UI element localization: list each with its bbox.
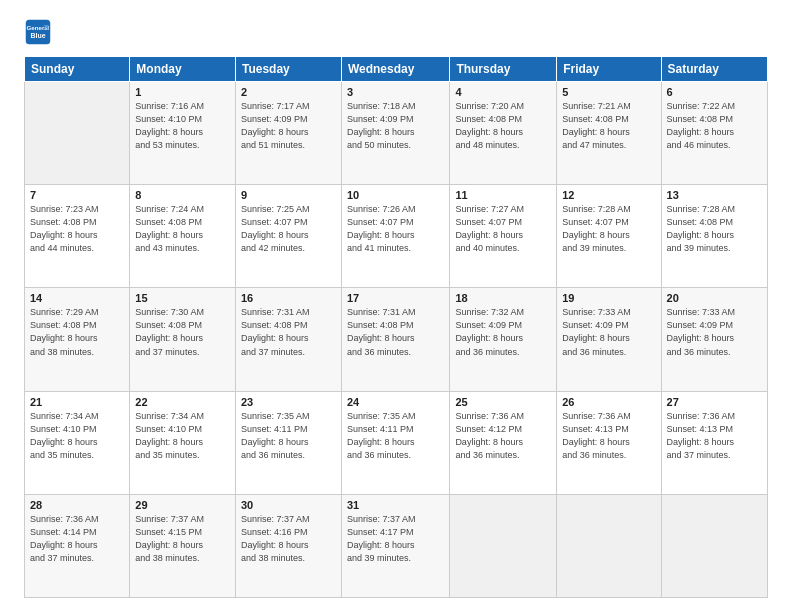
day-number: 2 [241,86,336,98]
calendar-cell: 25Sunrise: 7:36 AM Sunset: 4:12 PM Dayli… [450,391,557,494]
calendar-week-row: 7Sunrise: 7:23 AM Sunset: 4:08 PM Daylig… [25,185,768,288]
day-number: 9 [241,189,336,201]
calendar-cell: 18Sunrise: 7:32 AM Sunset: 4:09 PM Dayli… [450,288,557,391]
cell-text: Sunrise: 7:31 AM Sunset: 4:08 PM Dayligh… [241,306,336,358]
calendar-cell: 14Sunrise: 7:29 AM Sunset: 4:08 PM Dayli… [25,288,130,391]
cell-text: Sunrise: 7:37 AM Sunset: 4:15 PM Dayligh… [135,513,230,565]
calendar-cell: 11Sunrise: 7:27 AM Sunset: 4:07 PM Dayli… [450,185,557,288]
cell-text: Sunrise: 7:32 AM Sunset: 4:09 PM Dayligh… [455,306,551,358]
weekday-header: Sunday [25,57,130,82]
weekday-header: Wednesday [341,57,449,82]
calendar-cell: 27Sunrise: 7:36 AM Sunset: 4:13 PM Dayli… [661,391,767,494]
calendar-table: SundayMondayTuesdayWednesdayThursdayFrid… [24,56,768,598]
calendar-page: General Blue SundayMondayTuesdayWednesda… [0,0,792,612]
day-number: 26 [562,396,655,408]
calendar-cell: 12Sunrise: 7:28 AM Sunset: 4:07 PM Dayli… [557,185,661,288]
weekday-header: Tuesday [235,57,341,82]
day-number: 29 [135,499,230,511]
calendar-cell [450,494,557,597]
calendar-week-row: 14Sunrise: 7:29 AM Sunset: 4:08 PM Dayli… [25,288,768,391]
calendar-cell: 30Sunrise: 7:37 AM Sunset: 4:16 PM Dayli… [235,494,341,597]
day-number: 25 [455,396,551,408]
day-number: 21 [30,396,124,408]
calendar-cell: 5Sunrise: 7:21 AM Sunset: 4:08 PM Daylig… [557,82,661,185]
cell-text: Sunrise: 7:20 AM Sunset: 4:08 PM Dayligh… [455,100,551,152]
cell-text: Sunrise: 7:37 AM Sunset: 4:17 PM Dayligh… [347,513,444,565]
cell-text: Sunrise: 7:36 AM Sunset: 4:13 PM Dayligh… [562,410,655,462]
calendar-cell: 29Sunrise: 7:37 AM Sunset: 4:15 PM Dayli… [130,494,236,597]
day-number: 28 [30,499,124,511]
calendar-cell [25,82,130,185]
calendar-cell: 21Sunrise: 7:34 AM Sunset: 4:10 PM Dayli… [25,391,130,494]
cell-text: Sunrise: 7:16 AM Sunset: 4:10 PM Dayligh… [135,100,230,152]
calendar-cell: 20Sunrise: 7:33 AM Sunset: 4:09 PM Dayli… [661,288,767,391]
cell-text: Sunrise: 7:28 AM Sunset: 4:08 PM Dayligh… [667,203,762,255]
day-number: 19 [562,292,655,304]
calendar-week-row: 1Sunrise: 7:16 AM Sunset: 4:10 PM Daylig… [25,82,768,185]
cell-text: Sunrise: 7:26 AM Sunset: 4:07 PM Dayligh… [347,203,444,255]
calendar-cell: 19Sunrise: 7:33 AM Sunset: 4:09 PM Dayli… [557,288,661,391]
day-number: 22 [135,396,230,408]
weekday-header: Saturday [661,57,767,82]
calendar-week-row: 28Sunrise: 7:36 AM Sunset: 4:14 PM Dayli… [25,494,768,597]
calendar-cell: 15Sunrise: 7:30 AM Sunset: 4:08 PM Dayli… [130,288,236,391]
weekday-header: Monday [130,57,236,82]
cell-text: Sunrise: 7:17 AM Sunset: 4:09 PM Dayligh… [241,100,336,152]
calendar-cell: 10Sunrise: 7:26 AM Sunset: 4:07 PM Dayli… [341,185,449,288]
day-number: 23 [241,396,336,408]
weekday-header: Thursday [450,57,557,82]
calendar-cell: 6Sunrise: 7:22 AM Sunset: 4:08 PM Daylig… [661,82,767,185]
cell-text: Sunrise: 7:33 AM Sunset: 4:09 PM Dayligh… [562,306,655,358]
cell-text: Sunrise: 7:25 AM Sunset: 4:07 PM Dayligh… [241,203,336,255]
calendar-cell: 26Sunrise: 7:36 AM Sunset: 4:13 PM Dayli… [557,391,661,494]
calendar-cell: 4Sunrise: 7:20 AM Sunset: 4:08 PM Daylig… [450,82,557,185]
calendar-header: SundayMondayTuesdayWednesdayThursdayFrid… [25,57,768,82]
day-number: 12 [562,189,655,201]
day-number: 16 [241,292,336,304]
cell-text: Sunrise: 7:33 AM Sunset: 4:09 PM Dayligh… [667,306,762,358]
cell-text: Sunrise: 7:34 AM Sunset: 4:10 PM Dayligh… [135,410,230,462]
day-number: 30 [241,499,336,511]
day-number: 5 [562,86,655,98]
cell-text: Sunrise: 7:24 AM Sunset: 4:08 PM Dayligh… [135,203,230,255]
day-number: 17 [347,292,444,304]
calendar-body: 1Sunrise: 7:16 AM Sunset: 4:10 PM Daylig… [25,82,768,598]
day-number: 8 [135,189,230,201]
calendar-cell: 31Sunrise: 7:37 AM Sunset: 4:17 PM Dayli… [341,494,449,597]
cell-text: Sunrise: 7:31 AM Sunset: 4:08 PM Dayligh… [347,306,444,358]
cell-text: Sunrise: 7:23 AM Sunset: 4:08 PM Dayligh… [30,203,124,255]
weekday-header: Friday [557,57,661,82]
calendar-cell: 7Sunrise: 7:23 AM Sunset: 4:08 PM Daylig… [25,185,130,288]
cell-text: Sunrise: 7:27 AM Sunset: 4:07 PM Dayligh… [455,203,551,255]
cell-text: Sunrise: 7:36 AM Sunset: 4:13 PM Dayligh… [667,410,762,462]
cell-text: Sunrise: 7:36 AM Sunset: 4:12 PM Dayligh… [455,410,551,462]
cell-text: Sunrise: 7:30 AM Sunset: 4:08 PM Dayligh… [135,306,230,358]
day-number: 20 [667,292,762,304]
cell-text: Sunrise: 7:34 AM Sunset: 4:10 PM Dayligh… [30,410,124,462]
calendar-cell: 22Sunrise: 7:34 AM Sunset: 4:10 PM Dayli… [130,391,236,494]
cell-text: Sunrise: 7:18 AM Sunset: 4:09 PM Dayligh… [347,100,444,152]
day-number: 18 [455,292,551,304]
day-number: 3 [347,86,444,98]
cell-text: Sunrise: 7:35 AM Sunset: 4:11 PM Dayligh… [241,410,336,462]
calendar-cell: 24Sunrise: 7:35 AM Sunset: 4:11 PM Dayli… [341,391,449,494]
weekday-row: SundayMondayTuesdayWednesdayThursdayFrid… [25,57,768,82]
calendar-cell [557,494,661,597]
cell-text: Sunrise: 7:21 AM Sunset: 4:08 PM Dayligh… [562,100,655,152]
day-number: 14 [30,292,124,304]
cell-text: Sunrise: 7:35 AM Sunset: 4:11 PM Dayligh… [347,410,444,462]
day-number: 24 [347,396,444,408]
day-number: 6 [667,86,762,98]
day-number: 1 [135,86,230,98]
logo: General Blue [24,18,56,46]
day-number: 10 [347,189,444,201]
day-number: 31 [347,499,444,511]
day-number: 11 [455,189,551,201]
svg-text:Blue: Blue [30,32,45,39]
day-number: 15 [135,292,230,304]
calendar-cell: 1Sunrise: 7:16 AM Sunset: 4:10 PM Daylig… [130,82,236,185]
cell-text: Sunrise: 7:36 AM Sunset: 4:14 PM Dayligh… [30,513,124,565]
calendar-cell: 13Sunrise: 7:28 AM Sunset: 4:08 PM Dayli… [661,185,767,288]
calendar-cell: 3Sunrise: 7:18 AM Sunset: 4:09 PM Daylig… [341,82,449,185]
cell-text: Sunrise: 7:22 AM Sunset: 4:08 PM Dayligh… [667,100,762,152]
